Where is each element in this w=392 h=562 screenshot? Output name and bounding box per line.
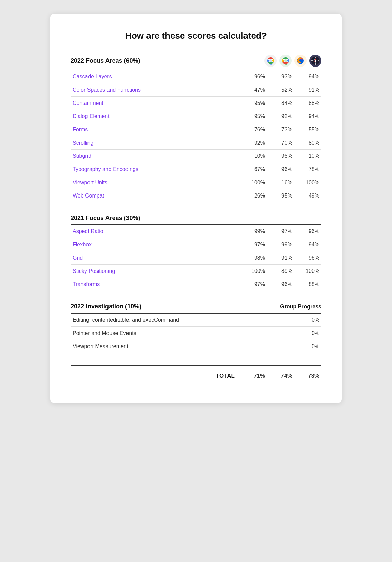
table-row: Aspect Ratio 99% 97% 96% [71, 225, 321, 238]
chrome-dev-icon-2: DEV [279, 55, 292, 67]
section-2022-title: 2022 Focus Areas (60%) [71, 57, 140, 64]
score-chrome: 98% [240, 251, 267, 265]
total-table: TOTAL 71% 74% 73% [71, 365, 321, 383]
row-name[interactable]: Sticky Positioning [71, 265, 240, 278]
svg-point-20 [315, 60, 316, 61]
total-row: TOTAL 71% 74% 73% [71, 366, 321, 383]
row-name[interactable]: Dialog Element [71, 110, 240, 123]
row-name[interactable]: Typography and Encodings [71, 163, 240, 176]
table-row: Subgrid 10% 95% 10% [71, 150, 321, 163]
table-row: Sticky Positioning 100% 89% 100% [71, 265, 321, 278]
table-row: Cascade Layers 96% 93% 94% [71, 70, 321, 83]
score-chrome: 100% [240, 265, 267, 278]
score-firefox: 73% [267, 123, 294, 136]
score-safari: 94% [294, 238, 321, 251]
score-chrome: 95% [240, 110, 267, 123]
score-chrome: 10% [240, 150, 267, 163]
score-group: 0% [294, 327, 321, 340]
score-chrome: 26% [240, 189, 267, 203]
row-name[interactable]: Forms [71, 123, 240, 136]
chrome-dev-icon: DEV [264, 55, 277, 67]
section-2022: 2022 Focus Areas (60%) DEV [71, 55, 321, 202]
score-safari: 49% [294, 189, 321, 203]
section-2022-header: 2022 Focus Areas (60%) DEV [71, 55, 321, 70]
score-firefox: 92% [267, 110, 294, 123]
table-row: Grid 98% 91% 96% [71, 251, 321, 265]
row-name: Pointer and Mouse Events [71, 327, 294, 340]
score-firefox: 91% [267, 251, 294, 265]
score-firefox: 93% [267, 70, 294, 83]
score-firefox: 84% [267, 97, 294, 110]
score-chrome: 100% [240, 176, 267, 189]
row-name[interactable]: Transforms [71, 278, 240, 291]
table-row: Forms 76% 73% 55% [71, 123, 321, 136]
row-name[interactable]: Containment [71, 97, 240, 110]
row-name[interactable]: Flexbox [71, 238, 240, 251]
table-row: Dialog Element 95% 92% 94% [71, 110, 321, 123]
score-firefox: 89% [267, 265, 294, 278]
group-progress-label: Group Progress [280, 304, 321, 310]
table-row: Flexbox 97% 99% 94% [71, 238, 321, 251]
svg-point-8 [284, 59, 287, 62]
total-score-2: 74% [267, 366, 294, 383]
row-name[interactable]: Subgrid [71, 150, 240, 163]
table-row: Typography and Encodings 67% 96% 78% [71, 163, 321, 176]
main-card: How are these scores calculated? 2022 Fo… [50, 14, 342, 403]
score-chrome: 92% [240, 136, 267, 150]
browser-icons: DEV DEV [264, 55, 321, 67]
score-safari: 80% [294, 136, 321, 150]
score-safari: 94% [294, 110, 321, 123]
svg-point-3 [269, 59, 272, 62]
score-group: 0% [294, 340, 321, 353]
score-safari: 96% [294, 225, 321, 238]
table-row: Scrolling 92% 70% 80% [71, 136, 321, 150]
score-safari: 94% [294, 70, 321, 83]
row-name[interactable]: Aspect Ratio [71, 225, 240, 238]
score-chrome: 67% [240, 163, 267, 176]
row-name[interactable]: Cascade Layers [71, 70, 240, 83]
score-safari: 78% [294, 163, 321, 176]
table-row: Pointer and Mouse Events 0% [71, 327, 321, 340]
table-2022: Cascade Layers 96% 93% 94% Color Spaces … [71, 70, 321, 202]
score-firefox: 95% [267, 150, 294, 163]
score-firefox: 52% [267, 83, 294, 97]
section-investigation-title: 2022 Investigation (10%) [71, 303, 141, 310]
total-score-3: 73% [294, 366, 321, 383]
score-chrome: 47% [240, 83, 267, 97]
total-score-1: 71% [240, 366, 267, 383]
score-safari: 88% [294, 278, 321, 291]
score-safari: 91% [294, 83, 321, 97]
table-row: Editing, contenteditable, and execComman… [71, 313, 321, 327]
score-firefox: 96% [267, 163, 294, 176]
score-chrome: 99% [240, 225, 267, 238]
score-chrome: 97% [240, 238, 267, 251]
section-investigation-header: 2022 Investigation (10%) Group Progress [71, 303, 321, 313]
row-name[interactable]: Viewport Units [71, 176, 240, 189]
score-safari: 55% [294, 123, 321, 136]
row-name: Editing, contenteditable, and execComman… [71, 313, 294, 327]
score-firefox: 96% [267, 278, 294, 291]
row-name[interactable]: Scrolling [71, 136, 240, 150]
table-row: Color Spaces and Functions 47% 52% 91% [71, 83, 321, 97]
score-safari: 88% [294, 97, 321, 110]
score-chrome: 95% [240, 97, 267, 110]
firefox-icon [294, 55, 307, 67]
section-2021-header: 2021 Focus Areas (30%) [71, 214, 321, 224]
score-firefox: 70% [267, 136, 294, 150]
table-2021: Aspect Ratio 99% 97% 96% Flexbox 97% 99%… [71, 224, 321, 291]
table-investigation: Editing, contenteditable, and execComman… [71, 313, 321, 353]
score-safari: 96% [294, 251, 321, 265]
score-firefox: 95% [267, 189, 294, 203]
row-name[interactable]: Grid [71, 251, 240, 265]
row-name[interactable]: Color Spaces and Functions [71, 83, 240, 97]
row-name[interactable]: Web Compat [71, 189, 240, 203]
score-firefox: 16% [267, 176, 294, 189]
score-chrome: 97% [240, 278, 267, 291]
page-title: How are these scores calculated? [71, 31, 321, 41]
safari-icon [309, 55, 321, 67]
score-chrome: 76% [240, 123, 267, 136]
score-firefox: 97% [267, 225, 294, 238]
section-2021-title: 2021 Focus Areas (30%) [71, 214, 140, 222]
section-2021: 2021 Focus Areas (30%) Aspect Ratio 99% … [71, 214, 321, 291]
table-row: Viewport Measurement 0% [71, 340, 321, 353]
